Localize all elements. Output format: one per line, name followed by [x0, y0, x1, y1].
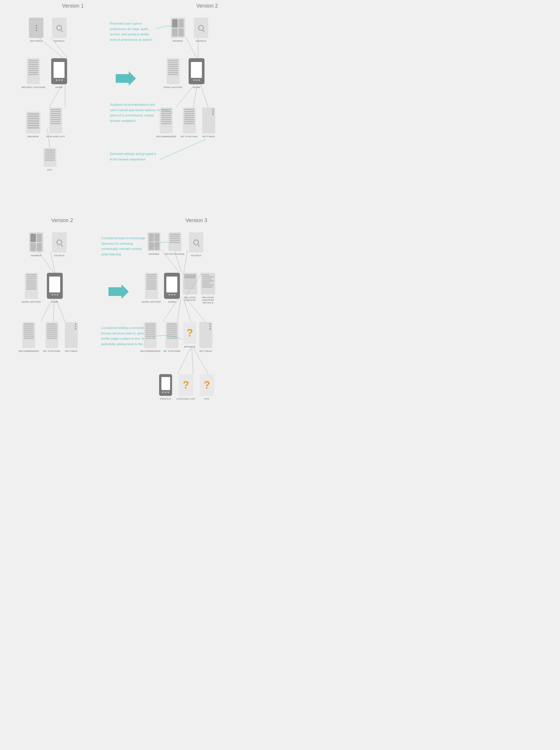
v2-stations-node: MY STATIONS [181, 107, 198, 138]
v1-browse-label: BROWSE [28, 135, 39, 138]
diagram-v2v3: GENRES SEARCH SONG HISTORY [6, 226, 274, 438]
v2b-settings-icon [65, 322, 78, 348]
v2-settings-label: SETTINGS [202, 135, 215, 138]
v3-genres-node: GENRES [147, 232, 161, 257]
v3-related-details-label: RELATED CONTENT DETAILS [200, 296, 216, 304]
v3-my-stations-label: MY STATIONS [163, 350, 181, 352]
v3-browse-icon: ? [183, 322, 196, 344]
svg-marker-0 [116, 71, 136, 86]
v2-song-icon [167, 58, 180, 84]
v1-bottom-nodes: BROWSE STATIONS LIST [26, 107, 65, 138]
v3-my-stations-icon [165, 322, 179, 348]
v1-recent-node: RECENT STATIONS [22, 58, 45, 88]
v2b-recommended-icon [22, 322, 35, 348]
v3-profile-label: PROFILE [160, 398, 171, 400]
v3-profile-icon [159, 374, 172, 396]
v2b-title: Version 2 [51, 217, 73, 223]
v3-song-node: SONG HISTORY [142, 273, 161, 304]
v2-stations-label: MY STATIONS [181, 135, 198, 138]
v2b-home-icon [47, 273, 63, 299]
v2-bottom-nodes: RECOMMENDED MY STATIONS SETTINGS [156, 107, 215, 138]
section-v2-v3: Version 2 Version 3 GENRES S [0, 215, 280, 449]
v2b-search-icon [52, 232, 66, 253]
v3-related-label: RELATED CONTENT [183, 296, 197, 301]
v2-recommended-icon [160, 107, 173, 134]
v2b-stations-node: MY STATIONS [43, 322, 60, 352]
v2b-song-icon [25, 273, 38, 299]
v2b-search-node: SEARCH [52, 232, 66, 257]
v3-song-icon [145, 273, 158, 299]
v3-recommended-label: RECOMMENDED [140, 350, 161, 352]
v2b-genres-label: GENRES [31, 254, 42, 257]
v3-related-details-icon [201, 273, 215, 295]
v3-my-stations-node: MY STATIONS [163, 322, 181, 352]
v2b-stations-label: MY STATIONS [43, 350, 60, 352]
v2b-top-nodes: GENRES SEARCH [29, 232, 66, 257]
v3-settings-node: SETTINGS [199, 322, 212, 352]
v1-browse-node: BROWSE [26, 112, 41, 138]
v2-home-icon [189, 58, 205, 84]
annotation-1: Promoted user's genre preferences for cl… [110, 21, 156, 42]
v2-settings-icon [202, 107, 215, 134]
v3-settings-label: SETTINGS [199, 350, 212, 352]
v3-genres-label: GENRES [149, 253, 159, 255]
svg-marker-11 [108, 284, 129, 299]
v1-stations-node: STATIONS LIST [46, 107, 65, 138]
v2-genres-icon [171, 18, 185, 38]
v1-stations-icon [49, 107, 62, 134]
v3-middle-nodes: SONG HISTORY HOME RELATED CONTENT [142, 273, 216, 304]
v2b-stations-icon [45, 322, 58, 348]
v1-browse-icon [26, 112, 41, 134]
v1-home-label: HOME [55, 86, 63, 88]
v2b-genres-icon [29, 232, 43, 253]
annotation-3: Demoted settings and grouped it in the b… [110, 151, 159, 162]
v2b-bottom-nodes: RECOMMENDED MY STATIONS SETTINGS [19, 322, 78, 352]
v2-song-node: SONG HISTORY [163, 58, 183, 88]
v1-home-icon [51, 58, 67, 84]
v3-etc-label: ETC [205, 398, 210, 400]
v1-etc-label: ETC [47, 169, 53, 171]
v3-browse-label: BROWSE [184, 346, 195, 348]
v2b-settings-label: SETTINGS [65, 350, 78, 352]
v3-etc-node: ? ETC [200, 374, 214, 400]
v1-search-node: SEARCH [52, 18, 66, 42]
v3-notifications-label: NOTIFICATIONS [165, 253, 185, 255]
v2b-search-label: SEARCH [54, 254, 65, 257]
v2-search-icon [194, 18, 208, 38]
v3-search-label: SEARCH [191, 254, 202, 257]
v2v3-arrow [108, 283, 129, 301]
v2-title: Version 2 [196, 3, 218, 9]
v3-etc-icon: ? [200, 374, 214, 396]
v2-top-nodes: GENRES SEARCH [171, 18, 208, 42]
v3-song-label: SONG HISTORY [142, 301, 161, 303]
v2-middle-nodes: SONG HISTORY HOME [163, 58, 205, 88]
v2b-song-label: SONG HISTORY [22, 301, 41, 303]
v1-etc-node: ETC [43, 148, 56, 171]
v3-related-node: RELATED CONTENT [183, 273, 197, 304]
v2-home-node: HOME [189, 58, 205, 88]
v2b-genres-node: GENRES [29, 232, 43, 257]
v1-recent-icon [27, 58, 40, 84]
v1-etc-icon [43, 148, 56, 167]
v3-home-label: HOME [168, 301, 175, 303]
v2-song-label: SONG HISTORY [163, 86, 183, 88]
v3-genres-icon [147, 232, 161, 251]
v3-related-details-node: RELATED CONTENT DETAILS [200, 273, 216, 304]
v3-notifications-node: NOTIFICATIONS [165, 232, 185, 257]
v1v2-arrow [116, 70, 136, 88]
v3-home-node: HOME [164, 273, 180, 304]
v2-search-label: SEARCH [196, 40, 207, 42]
v3-stations-list-icon: ? [179, 374, 193, 396]
v2-recommended-label: RECOMMENDED [156, 135, 177, 138]
v3-profile-node: PROFILE [159, 374, 172, 400]
v2-genres-label: GENRES [173, 40, 183, 42]
v1-settings-label: SETTINGS [30, 40, 43, 42]
v2b-home-node: HOME [47, 273, 63, 303]
v1-settings-icon [29, 18, 43, 38]
v1-settings-node: SETTINGS [29, 18, 43, 42]
v1-recent-label: RECENT STATIONS [22, 86, 45, 88]
v1-home-node: HOME [51, 58, 67, 88]
v1-title: Version 1 [62, 3, 84, 9]
v2b-settings-node: SETTINGS [65, 322, 78, 352]
v3-recommended-icon [144, 322, 157, 348]
